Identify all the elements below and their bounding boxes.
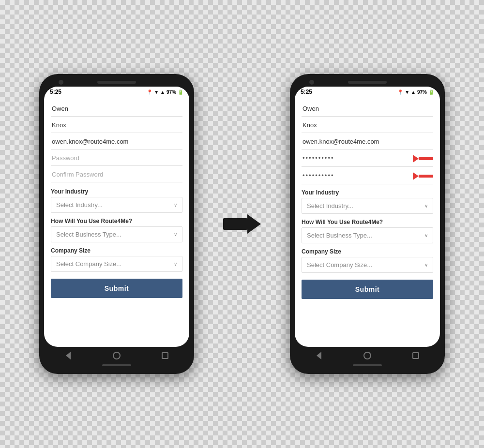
company-size-placeholder-right: Select Company Size...: [307, 261, 372, 269]
camera-left: [59, 80, 63, 85]
back-btn-left[interactable]: [63, 351, 73, 360]
submit-button-left[interactable]: Submit: [51, 279, 182, 298]
red-arrow-confirm-password: [413, 172, 433, 180]
company-size-label-left: Company Size: [51, 247, 182, 254]
back-btn-right[interactable]: [314, 351, 324, 360]
location-icon-right: 📍: [397, 90, 403, 95]
home-btn-right[interactable]: [363, 351, 372, 360]
last-name-right[interactable]: [302, 118, 433, 133]
first-name-left[interactable]: [51, 101, 182, 117]
signal-icon-left: ▼: [154, 90, 159, 95]
speaker-left: [97, 81, 136, 84]
status-icons-left: 📍 ▼ ▲ 97% 🔋: [147, 90, 183, 95]
industry-placeholder-left: Select Industry...: [56, 201, 103, 209]
phone-right: 5:25 📍 ▼ ▲ 97% 🔋: [290, 74, 445, 374]
industry-chevron-right: ∨: [424, 203, 428, 209]
last-name-left[interactable]: [51, 118, 182, 133]
signal-icon-right: ▼: [405, 90, 409, 95]
status-time-right: 5:25: [301, 89, 312, 95]
company-size-select-right[interactable]: Select Company Size... ∨: [302, 257, 433, 273]
industry-select-left[interactable]: Select Industry... ∨: [51, 197, 182, 213]
usage-placeholder-right: Select Business Type...: [307, 232, 372, 239]
red-arrow-password: [413, 155, 433, 163]
industry-select-right[interactable]: Select Industry... ∨: [302, 198, 433, 214]
confirm-password-right[interactable]: [302, 168, 413, 183]
wifi-icon-right: ▲: [411, 90, 416, 95]
confirm-password-row-right: [302, 168, 433, 184]
speaker-right: [348, 81, 387, 84]
screen-left: 5:25 📍 ▼ ▲ 97% 🔋 Your Industry Select In…: [44, 87, 189, 347]
usage-placeholder-left: Select Business Type...: [56, 231, 121, 238]
password-row-right: [302, 150, 433, 167]
home-indicator-left: [102, 364, 131, 366]
bottom-bar-right: [295, 347, 440, 362]
arrow-body: [223, 218, 247, 230]
recents-btn-left[interactable]: [160, 351, 170, 360]
screen-right: 5:25 📍 ▼ ▲ 97% 🔋: [295, 87, 440, 347]
password-left[interactable]: [51, 150, 182, 166]
battery-left: 97%: [166, 90, 176, 95]
big-arrow: [223, 214, 261, 234]
battery-icon-right: 🔋: [428, 90, 434, 95]
company-size-chevron-left: ∨: [174, 261, 177, 267]
arrow-head: [247, 214, 261, 234]
usage-label-right: How Will You Use Route4Me?: [302, 219, 433, 225]
camera-right: [309, 80, 314, 85]
phone-left: 5:25 📍 ▼ ▲ 97% 🔋 Your Industry Select In…: [39, 74, 194, 374]
status-icons-right: 📍 ▼ ▲ 97% 🔋: [397, 90, 434, 95]
form-left: Your Industry Select Industry... ∨ How W…: [44, 97, 189, 347]
status-bar-left: 5:25 📍 ▼ ▲ 97% 🔋: [44, 87, 189, 97]
usage-chevron-right: ∨: [424, 233, 428, 238]
company-size-placeholder-left: Select Company Size...: [56, 260, 121, 268]
home-indicator-right: [353, 364, 382, 366]
email-left[interactable]: [51, 134, 182, 149]
phone-top-bar-right: [295, 79, 440, 87]
password-right[interactable]: [302, 150, 413, 165]
battery-right: 97%: [417, 90, 427, 95]
submit-button-right[interactable]: Submit: [302, 280, 433, 299]
home-btn-left[interactable]: [112, 351, 121, 360]
status-bar-right: 5:25 📍 ▼ ▲ 97% 🔋: [295, 87, 440, 97]
usage-select-right[interactable]: Select Business Type... ∨: [302, 227, 433, 243]
industry-label-right: Your Industry: [302, 189, 433, 196]
industry-placeholder-right: Select Industry...: [307, 202, 353, 209]
bottom-bar-left: [44, 347, 189, 362]
company-size-label-right: Company Size: [302, 248, 433, 255]
location-icon-left: 📍: [147, 90, 152, 95]
battery-icon-left: 🔋: [178, 90, 183, 95]
first-name-right[interactable]: [302, 101, 433, 117]
confirm-password-left[interactable]: [51, 167, 182, 182]
form-right: Your Industry Select Industry... ∨ How W…: [295, 97, 440, 347]
usage-chevron-left: ∨: [174, 232, 177, 237]
wifi-icon-left: ▲: [160, 90, 165, 95]
usage-label-left: How Will You Use Route4Me?: [51, 218, 182, 224]
recents-btn-right[interactable]: [411, 351, 421, 360]
industry-label-left: Your Industry: [51, 188, 182, 195]
transition-arrow: [223, 214, 261, 234]
email-right[interactable]: [302, 134, 433, 149]
company-size-select-left[interactable]: Select Company Size... ∨: [51, 256, 182, 272]
status-time-left: 5:25: [50, 89, 61, 95]
usage-select-left[interactable]: Select Business Type... ∨: [51, 226, 182, 242]
industry-chevron-left: ∨: [174, 202, 177, 208]
company-size-chevron-right: ∨: [424, 262, 428, 268]
phone-top-bar-left: [44, 79, 189, 87]
